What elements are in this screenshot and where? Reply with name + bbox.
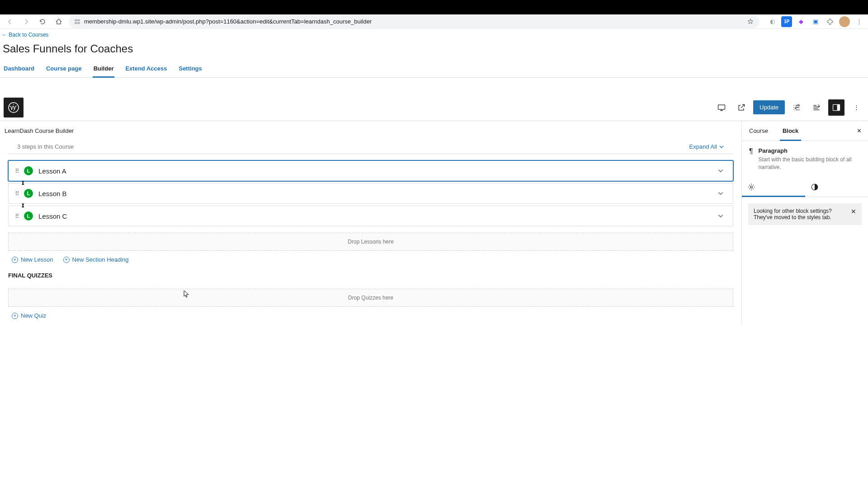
plus-circle-icon: + [12,257,18,263]
settings-sidebar: Course Block ✕ ¶ Paragraph Start with th… [741,121,868,325]
svg-rect-1 [78,19,80,21]
extension-icon-2[interactable]: 1P [781,16,792,27]
drag-handle-icon[interactable]: ⠿ [15,213,19,220]
device-preview-icon[interactable] [713,99,730,116]
final-quizzes-heading: FINAL QUIZZES [0,265,741,282]
page-title: Sales Funnels for Coaches [0,41,868,61]
drop-quizzes-zone[interactable]: Drop Quizzes here [8,289,733,307]
svg-rect-0 [75,19,77,21]
svg-rect-2 [75,22,77,23]
lesson-row-c[interactable]: ⠿ L Lesson C [8,206,733,226]
nav-back-button[interactable] [4,15,16,28]
url-bar[interactable]: membership-dmlu.wp1.site/wp-admin/post.p… [69,15,760,28]
lesson-badge: L [24,189,33,198]
hint-text: Looking for other block settings? They'v… [754,208,847,221]
wordpress-logo[interactable] [4,98,24,117]
builder-header: LearnDash Course Builder [0,126,741,140]
lesson-row-b[interactable]: ⠿ L Lesson B [8,183,733,204]
learndash-icon[interactable] [808,99,825,116]
hint-box: Looking for other block settings? They'v… [748,203,862,225]
tab-settings[interactable]: Settings [178,61,203,77]
editor-toolbar: Update ⋮ [0,94,868,121]
browser-menu-icon[interactable]: ⋮ [854,16,864,27]
tab-extend-access[interactable]: Extend Access [124,61,168,77]
nav-home-button[interactable] [52,15,65,28]
extension-icon-4[interactable]: ▣ [810,16,821,27]
profile-avatar[interactable] [839,16,850,27]
tab-course-page[interactable]: Course page [45,61,83,77]
new-section-heading-button[interactable]: + New Section Heading [63,256,129,263]
lesson-name: Lesson C [38,212,67,220]
chevron-down-icon[interactable] [717,168,726,174]
extension-icon-3[interactable]: ◆ [796,16,807,27]
contrast-icon [811,183,819,191]
svg-rect-5 [718,105,725,109]
plus-circle-icon: + [12,313,18,319]
steps-count: 3 steps in this Course [17,143,74,150]
paragraph-icon: ¶ [749,147,753,155]
update-button[interactable]: Update [753,100,785,114]
expand-all-button[interactable]: Expand All [689,143,724,150]
lesson-row-a[interactable]: ⠿ L Lesson A [8,160,733,181]
browser-tab-strip [0,0,868,14]
close-sidebar-icon[interactable]: ✕ [850,127,868,134]
extension-icon-1[interactable]: ◐ [767,16,778,27]
tab-builder[interactable]: Builder [93,61,115,77]
extensions-puzzle-icon[interactable] [825,16,835,27]
chevron-down-icon[interactable] [717,190,726,197]
move-up-icon[interactable]: ▴ [22,203,24,209]
drag-handle-icon[interactable]: ⠿ [15,190,19,197]
move-up-icon[interactable]: ▴ [22,180,24,186]
svg-rect-7 [837,104,840,110]
sidebar-toggle-icon[interactable] [828,99,844,116]
new-quiz-button[interactable]: + New Quiz [12,312,46,319]
lesson-name: Lesson B [38,190,67,197]
course-tabs: Dashboard Course page Builder Extend Acc… [0,61,868,78]
block-name: Paragraph [759,147,861,154]
svg-rect-3 [78,22,80,23]
svg-point-8 [750,186,753,188]
plus-circle-icon: + [63,257,70,263]
chevron-down-icon[interactable] [717,213,726,219]
sidebar-tab-block[interactable]: Block [775,121,806,141]
new-lesson-button[interactable]: + New Lesson [12,256,53,263]
nav-reload-button[interactable] [36,15,49,28]
bookmark-star-icon[interactable] [747,18,754,25]
nav-forward-button[interactable] [20,15,33,28]
drop-lessons-zone[interactable]: Drop Lessons here [8,233,733,251]
url-text: membership-dmlu.wp1.site/wp-admin/post.p… [84,18,372,25]
builder-content: LearnDash Course Builder 3 steps in this… [0,121,741,325]
drag-handle-icon[interactable]: ⠿ [15,168,19,174]
block-description: Start with the basic building block of a… [759,156,861,171]
lesson-name: Lesson A [38,167,66,175]
site-info-icon[interactable] [74,19,80,25]
lesson-badge: L [24,211,33,221]
tab-dashboard[interactable]: Dashboard [3,61,35,77]
edit-details-icon[interactable] [788,99,805,116]
gear-icon [747,183,755,191]
styles-sub-tab[interactable] [805,178,868,197]
options-menu-icon[interactable]: ⋮ [848,99,864,116]
external-link-icon[interactable] [733,99,750,116]
sidebar-tab-course[interactable]: Course [742,121,775,141]
hint-close-icon[interactable]: ✕ [851,208,856,221]
chevron-down-icon [719,144,724,150]
lesson-badge: L [24,166,33,175]
browser-toolbar: membership-dmlu.wp1.site/wp-admin/post.p… [0,14,868,29]
back-to-courses-link[interactable]: ← Back to Courses [0,29,868,41]
settings-sub-tab[interactable] [742,178,805,197]
